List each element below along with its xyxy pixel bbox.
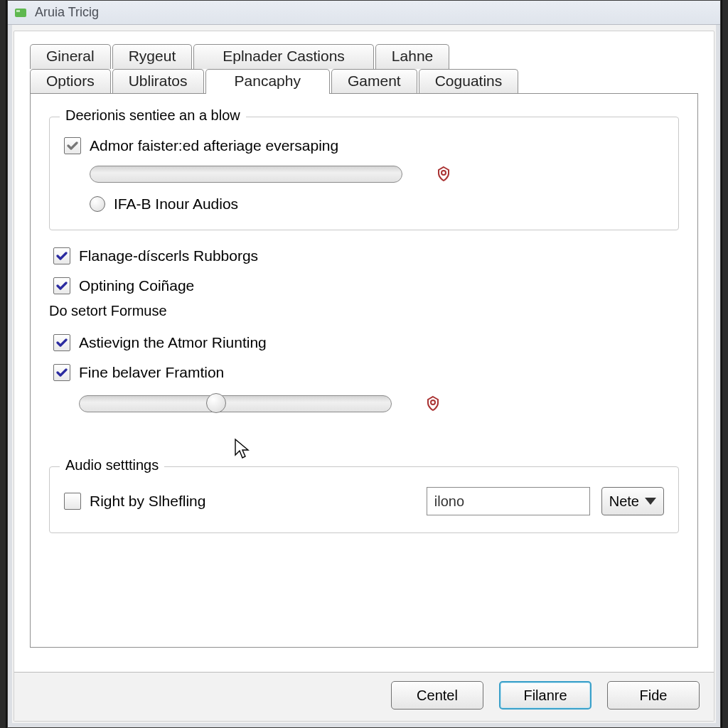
tabpage-pancaphy: Deerionis sentiee an a blow Admor faiste… xyxy=(30,93,698,648)
tabstrip: Gineral Rygeut Eplnader Castions Lahne O… xyxy=(30,44,698,94)
tabrow-1: Gineral Rygeut Eplnader Castions Lahne xyxy=(30,44,698,69)
titlebar: Aruia Tricig xyxy=(8,1,720,25)
help-icon-2[interactable] xyxy=(423,394,443,414)
group-deerionis: Deerionis sentiee an a blow Admor faiste… xyxy=(49,117,679,230)
window-title: Aruia Tricig xyxy=(35,5,99,20)
slider-fine[interactable] xyxy=(79,395,392,412)
tab-lahne[interactable]: Lahne xyxy=(375,44,449,69)
row-slider-1 xyxy=(90,164,664,184)
row-ifab: IFA-B Inour Audios xyxy=(90,196,664,213)
ok-button[interactable]: Filanre xyxy=(499,681,592,710)
row-optining: Optining Coiñage xyxy=(53,277,679,294)
tab-ubliratos[interactable]: Ubliratos xyxy=(112,69,204,94)
group-formuse-legend: Do setort Formuse xyxy=(49,303,173,319)
row-astievign: Astievign the Atmor Riunting xyxy=(53,334,675,351)
row-slider-2 xyxy=(79,394,675,414)
audio-text-input[interactable] xyxy=(427,487,590,515)
tab-optiors[interactable]: Optiors xyxy=(30,69,111,94)
tab-gament[interactable]: Gament xyxy=(331,69,417,94)
label-optining: Optining Coiñage xyxy=(79,277,194,294)
chevron-down-icon xyxy=(645,498,656,505)
group-deerionis-legend: Deerionis sentiee an a blow xyxy=(60,107,246,124)
cursor-icon xyxy=(234,438,250,459)
checkbox-astievign[interactable] xyxy=(53,334,70,351)
audio-dropdown-label: Nete xyxy=(609,493,639,510)
checkbox-flanage[interactable] xyxy=(53,247,70,264)
svg-rect-0 xyxy=(15,9,26,17)
dialog-footer: Centel Filanre Fide xyxy=(14,672,714,722)
group-audio: Audio setttings Right by Slhefling Nete xyxy=(49,466,679,533)
svg-point-2 xyxy=(441,171,446,175)
label-fine: Fine belaver Framtion xyxy=(79,364,224,381)
label-ifab: IFA-B Inour Audios xyxy=(114,196,238,213)
row-admor: Admor faister:ed afteriage eversaping xyxy=(64,137,664,154)
slider-fine-thumb[interactable] xyxy=(206,393,226,413)
checkbox-fine[interactable] xyxy=(53,364,70,381)
label-right-slhefling: Right by Slhefling xyxy=(90,493,205,510)
label-flanage: Flanage-díscerls Rubborgs xyxy=(79,247,258,264)
tab-gineral[interactable]: Gineral xyxy=(30,44,111,69)
dialog-window: Aruia Tricig Gineral Rygeut Eplnader Cas… xyxy=(7,0,721,728)
tab-rygeut[interactable]: Rygeut xyxy=(112,44,193,69)
help-icon-1[interactable] xyxy=(434,164,454,184)
svg-point-3 xyxy=(431,400,435,405)
checkbox-admor[interactable] xyxy=(64,137,81,154)
row-audio: Right by Slhefling Nete xyxy=(64,487,664,515)
label-admor: Admor faister:ed afteriage eversaping xyxy=(90,137,338,154)
apply-button[interactable]: Fide xyxy=(607,681,700,710)
tab-pancaphy[interactable]: Pancaphy xyxy=(205,69,330,94)
checkbox-right-slhefling[interactable] xyxy=(64,493,81,510)
group-formuse: Do setort Formuse Astievign the Atmor Ri… xyxy=(49,313,679,431)
app-icon xyxy=(14,6,28,20)
label-astievign: Astievign the Atmor Riunting xyxy=(79,334,267,351)
audio-dropdown[interactable]: Nete xyxy=(601,487,664,515)
row-fine: Fine belaver Framtion xyxy=(53,364,675,381)
tabrow-2: Optiors Ubliratos Pancaphy Gament Coguat… xyxy=(30,69,698,94)
tab-coguatins[interactable]: Coguatins xyxy=(419,69,519,94)
slider-admor[interactable] xyxy=(90,166,402,183)
row-flanage: Flanage-díscerls Rubborgs xyxy=(53,247,679,264)
group-audio-legend: Audio setttings xyxy=(60,457,164,473)
content-area: Gineral Rygeut Eplnader Castions Lahne O… xyxy=(14,31,714,722)
tab-eplnader[interactable]: Eplnader Castions xyxy=(193,44,374,69)
checkbox-optining[interactable] xyxy=(53,277,70,294)
radio-ifab[interactable] xyxy=(90,196,105,212)
svg-rect-1 xyxy=(16,10,20,12)
cancel-button[interactable]: Centel xyxy=(391,681,483,710)
